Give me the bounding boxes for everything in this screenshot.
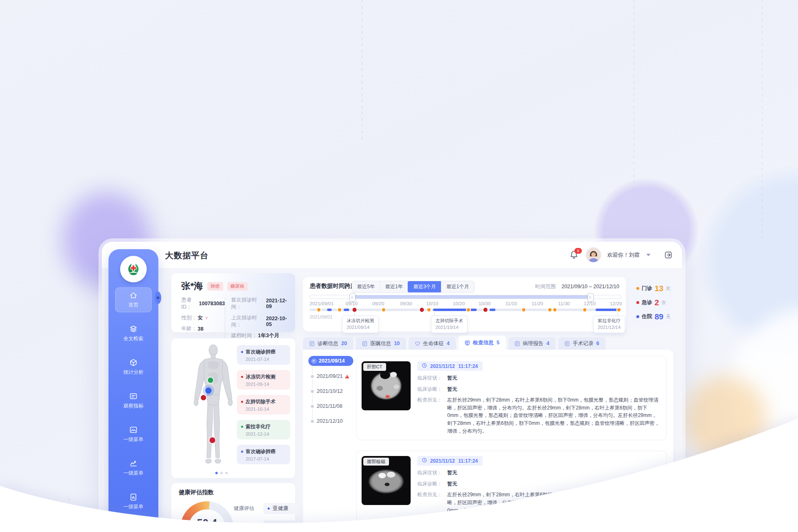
sidebar-item-menu-2[interactable]: 一级菜单	[115, 456, 152, 481]
event-dot-orange[interactable]	[317, 308, 320, 311]
patient-tag: 肺癌	[207, 282, 223, 291]
stat-value: 89	[655, 312, 663, 321]
range-segmented-control: 最近5年 最近1年 最近3个月 最近1个月	[352, 281, 475, 293]
exam-panel: 2021/09/14 2021/09/21 2021/10/12 2021/11…	[303, 350, 673, 532]
stat-inpatient: 住院 89 天	[636, 312, 672, 321]
sidebar-item-menu-3[interactable]: 一级菜单	[115, 489, 152, 514]
event-dot-orange[interactable]	[522, 308, 525, 311]
line-chart-icon	[129, 459, 138, 468]
event-bar	[596, 309, 618, 311]
tab-vitals[interactable]: 生命体征 4	[409, 337, 456, 350]
exam-date-item[interactable]: 2021/09/14	[308, 356, 353, 366]
time-range-slider[interactable]	[310, 295, 621, 299]
event-dot-red[interactable]	[352, 308, 357, 312]
body-marker-red-knee[interactable]	[209, 437, 215, 443]
logout-icon[interactable]	[664, 250, 673, 260]
event-dot-orange[interactable]	[427, 308, 431, 311]
sidebar-item-label: 全文检索	[123, 335, 143, 342]
field-value: 女	[198, 314, 203, 321]
health-row: 平均值60.5	[234, 520, 312, 532]
row-value: 暂无	[447, 469, 457, 477]
body-marker-green[interactable]	[208, 378, 213, 383]
event-dot-orange[interactable]	[382, 308, 385, 311]
body-event-list: 首次确诊肺癌 2021-07-14 冰冻切片检测 2021-09-14 左肺切除…	[237, 345, 290, 464]
exam-date-item[interactable]: 2021/12/10	[308, 417, 355, 426]
event-dot-orange[interactable]	[467, 308, 470, 311]
range-button-1y[interactable]: 最近1年	[380, 281, 408, 292]
tab-doc-icon	[564, 341, 570, 346]
sidebar-item-menu-1[interactable]: 一级菜单	[115, 422, 152, 447]
findings-text: 左肝长径29mm，剑下28mm，右叶上界第6肋间，肋下0mm，包膜光整，形态规则…	[447, 491, 661, 530]
tab-surgery[interactable]: 手术记录 6	[558, 337, 606, 350]
axis-tick: 11/10	[505, 301, 517, 306]
sidebar-item-statistics[interactable]: 统计分析	[115, 355, 152, 380]
exam-card: 肝部CT 2021/11/12 11:17:24 临床症状：暂无 临床诊断：暂无…	[356, 356, 667, 440]
slider-handle-end[interactable]	[588, 293, 594, 302]
exam-date-item[interactable]: 2021/11/08	[308, 402, 355, 411]
range-button-3m[interactable]: 最近3个月	[407, 281, 441, 293]
exam-date-item[interactable]: 2021/10/12	[308, 387, 355, 396]
event-title: 首次确诊肺癌	[246, 348, 276, 355]
list-card-icon	[129, 392, 138, 400]
range-button-1m[interactable]: 最近1个月	[441, 281, 474, 292]
event-dot-red[interactable]	[483, 308, 488, 312]
event-dot-orange[interactable]	[583, 308, 586, 311]
sidebar-item-label: 一级菜单	[123, 503, 143, 510]
home-icon	[129, 291, 138, 299]
body-marker-red[interactable]	[201, 395, 206, 400]
female-icon: ♀	[204, 315, 209, 321]
tab-count: 5	[497, 340, 500, 346]
tab-count: 6	[596, 341, 599, 346]
user-menu-chevron-icon[interactable]	[646, 254, 650, 256]
avatar[interactable]	[586, 248, 601, 262]
decor-dashed-line	[69, 498, 69, 532]
event-title: 冰冻切片检测	[246, 373, 276, 380]
timeline-tooltip: 冰冻切片检测 2021/09/14	[342, 316, 379, 333]
range-value: 2021/09/10 – 2021/12/10	[562, 284, 619, 289]
tab-diagnosis[interactable]: 诊断信息 20	[303, 337, 353, 350]
sidebar-item-indicators[interactable]: 观察指标	[115, 388, 152, 413]
range-button-5y[interactable]: 最近5年	[352, 281, 380, 292]
pagination-dot[interactable]	[215, 472, 218, 474]
decor-blob-orange	[684, 376, 767, 463]
timeline-tooltip: 索拉非化疗 2021/12/14	[593, 316, 625, 333]
tab-exams[interactable]: 检查信息 5	[458, 336, 506, 350]
event-dot-orange[interactable]	[617, 308, 621, 311]
event-dot-orange[interactable]	[338, 308, 341, 311]
stat-label: 住院	[642, 313, 652, 320]
page-background: 大数据平台 5 欢迎你！刘霞	[0, 0, 798, 532]
event-dot	[241, 401, 243, 403]
pagination-dot[interactable]	[220, 472, 223, 474]
event-title: 左肺切除手术	[246, 398, 276, 405]
sidebar-item-fulltext-search[interactable]: 全文检索	[115, 321, 152, 346]
stat-value: 13	[655, 284, 663, 293]
tooltip-title: 冰冻切片检测	[347, 318, 374, 324]
event-dot-orange[interactable]	[553, 308, 557, 311]
info-tabs: 诊断信息 20 医嘱信息 10 生命体征 4 检查信息 5 病理报告 4	[303, 337, 606, 350]
scan-thumbnail-abdomen-mri[interactable]: 腹部核磁	[362, 456, 411, 505]
exam-date-item[interactable]: 2021/09/21	[308, 372, 355, 381]
timeline-start-label: 2021/09/01	[310, 314, 332, 319]
body-marker-blue[interactable]	[205, 387, 212, 394]
sidebar-item-label: 一级菜单	[123, 436, 143, 443]
stat-emergency: 急诊 2 次	[636, 298, 672, 307]
event-dot	[241, 376, 243, 378]
tab-pathology[interactable]: 病理报告 4	[508, 337, 556, 350]
tab-label: 医嘱信息	[370, 340, 391, 347]
row-label: 临床诊断：	[417, 385, 447, 393]
slider-handle-start[interactable]	[350, 293, 355, 302]
event-dot-red[interactable]	[420, 308, 424, 312]
notification-bell-icon[interactable]: 5	[569, 250, 580, 260]
tab-orders[interactable]: 医嘱信息 10	[356, 337, 406, 350]
scan-type-chip: 腹部核磁	[363, 458, 389, 466]
sidebar-item-home[interactable]: 首页	[115, 287, 152, 312]
exam-date-label: 2021/09/21	[317, 373, 343, 379]
cube-icon	[129, 358, 138, 367]
row-label: 临床症状：	[417, 374, 447, 382]
scan-thumbnail-liver-ct[interactable]: 肝部CT	[362, 361, 411, 410]
page-title: 大数据平台	[165, 250, 209, 261]
scan-type-chip: 肝部CT	[363, 363, 386, 371]
event-dot-orange[interactable]	[548, 308, 552, 311]
pagination-dot[interactable]	[225, 472, 228, 474]
exam-datetime: 2021/11/12 11:17:24	[417, 361, 483, 371]
